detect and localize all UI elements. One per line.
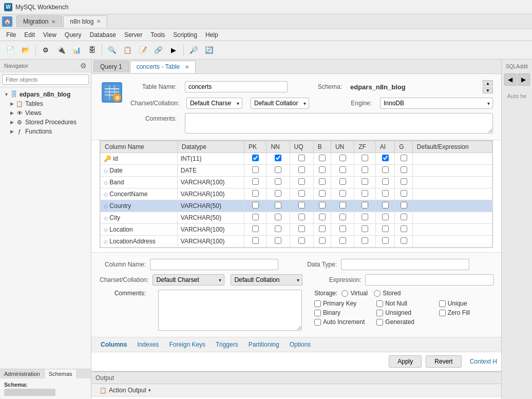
col-g-checkbox[interactable] — [401, 214, 407, 220]
toolbar-btn-6[interactable]: 🗄 — [85, 43, 99, 58]
cb-unique[interactable]: Unique — [439, 300, 493, 307]
table-row[interactable]: ◇ Country VARCHAR(50) — [101, 200, 492, 212]
col-zf-checkbox[interactable] — [362, 155, 368, 161]
col-b-checkbox[interactable] — [319, 202, 326, 208]
query-tab-concerts-table[interactable]: concerts - Table ✕ — [130, 61, 196, 73]
col-g-checkbox[interactable] — [401, 166, 407, 173]
detail-column-name-input[interactable] — [150, 259, 278, 270]
toolbar-open[interactable]: 📂 — [18, 43, 33, 58]
n8n-tab-close[interactable]: ✕ — [97, 18, 101, 24]
editor-tab-columns[interactable]: Columns — [96, 339, 132, 350]
col-g-checkbox[interactable] — [401, 190, 407, 197]
col-b-cell[interactable] — [313, 153, 331, 165]
col-b-cell[interactable] — [313, 236, 331, 248]
col-b-checkbox[interactable] — [319, 166, 326, 173]
toolbar-btn-12[interactable]: 🔎 — [186, 43, 201, 58]
col-pk-cell[interactable] — [244, 188, 266, 200]
table-row[interactable]: ◇ Location VARCHAR(100) — [101, 224, 492, 236]
col-nn-checkbox[interactable] — [275, 155, 281, 161]
menu-tools[interactable]: Tools — [146, 30, 169, 40]
table-name-input[interactable] — [185, 81, 288, 92]
col-pk-checkbox[interactable] — [252, 155, 259, 161]
col-g-checkbox[interactable] — [401, 202, 407, 208]
col-ai-checkbox[interactable] — [382, 166, 389, 173]
col-zf-cell[interactable] — [354, 200, 376, 212]
col-zf-cell[interactable] — [354, 165, 376, 177]
col-un-checkbox[interactable] — [339, 166, 346, 173]
col-ai-checkbox[interactable] — [382, 225, 389, 232]
col-pk-checkbox[interactable] — [252, 225, 259, 232]
table-row[interactable]: ◇ Band VARCHAR(100) — [101, 177, 492, 188]
table-row[interactable]: ◇ LocationAddress VARCHAR(100) — [101, 236, 492, 248]
editor-tab-partitioning[interactable]: Partitioning — [243, 339, 284, 350]
toolbar-migrate[interactable]: 🔄 — [202, 43, 216, 58]
col-un-cell[interactable] — [331, 188, 354, 200]
toolbar-btn-3[interactable]: ⚙ — [39, 43, 53, 58]
col-un-cell[interactable] — [331, 212, 354, 224]
col-uq-cell[interactable] — [290, 165, 313, 177]
tree-views[interactable]: ▶ 👁 Views — [0, 108, 91, 118]
col-pk-cell[interactable] — [244, 236, 266, 248]
col-zf-checkbox[interactable] — [362, 214, 368, 220]
col-uq-cell[interactable] — [290, 188, 313, 200]
col-uq-checkbox[interactable] — [298, 190, 305, 197]
col-zf-cell[interactable] — [354, 212, 376, 224]
col-b-cell[interactable] — [313, 188, 331, 200]
col-g-cell[interactable] — [395, 165, 413, 177]
cb-binary[interactable]: Binary — [314, 309, 368, 316]
col-b-checkbox[interactable] — [319, 214, 326, 220]
col-ai-checkbox[interactable] — [382, 237, 389, 244]
col-pk-checkbox[interactable] — [252, 190, 259, 197]
col-un-cell[interactable] — [331, 165, 354, 177]
col-un-checkbox[interactable] — [339, 214, 346, 220]
col-ai-checkbox[interactable] — [382, 214, 389, 220]
cb-auto-increment[interactable]: Auto Increment — [314, 318, 368, 326]
col-pk-cell[interactable] — [244, 212, 266, 224]
col-ai-cell[interactable] — [375, 177, 394, 188]
menu-server[interactable]: Server — [120, 30, 146, 40]
col-un-checkbox[interactable] — [339, 190, 346, 197]
col-nn-checkbox[interactable] — [275, 178, 281, 185]
col-pk-checkbox[interactable] — [252, 237, 259, 244]
tree-functions[interactable]: ▶ ƒ Functions — [0, 127, 91, 136]
menu-help[interactable]: Help — [201, 30, 222, 40]
col-b-checkbox[interactable] — [319, 237, 326, 244]
col-b-cell[interactable] — [313, 212, 331, 224]
col-g-cell[interactable] — [395, 236, 413, 248]
col-b-cell[interactable] — [313, 224, 331, 236]
col-uq-checkbox[interactable] — [298, 155, 305, 161]
editor-tab-options[interactable]: Options — [284, 339, 316, 350]
migration-tab-close[interactable]: ✕ — [51, 19, 55, 25]
col-uq-cell[interactable] — [290, 177, 313, 188]
concerts-table-tab-close[interactable]: ✕ — [185, 64, 189, 70]
col-nn-checkbox[interactable] — [275, 225, 281, 232]
cb-unique-input[interactable] — [439, 300, 446, 307]
col-nn-cell[interactable] — [267, 236, 290, 248]
menu-query[interactable]: Query — [61, 30, 86, 40]
col-zf-checkbox[interactable] — [362, 225, 368, 232]
col-pk-checkbox[interactable] — [252, 166, 259, 173]
table-row[interactable]: ◇ City VARCHAR(50) — [101, 212, 492, 224]
scroll-down-btn[interactable]: ▼ — [483, 87, 493, 93]
col-ai-cell[interactable] — [375, 236, 394, 248]
col-g-checkbox[interactable] — [401, 178, 407, 185]
storage-virtual-option[interactable]: Virtual — [341, 290, 368, 297]
col-ai-cell[interactable] — [375, 153, 394, 165]
cb-zero-fill[interactable]: Zero Fill — [439, 309, 493, 316]
col-g-cell[interactable] — [395, 224, 413, 236]
editor-tab-triggers[interactable]: Triggers — [211, 339, 243, 350]
context-h-hint[interactable]: Context H — [470, 358, 497, 365]
col-un-checkbox[interactable] — [339, 202, 346, 208]
col-un-checkbox[interactable] — [339, 155, 346, 161]
col-ai-checkbox[interactable] — [382, 202, 389, 208]
col-nn-cell[interactable] — [267, 177, 290, 188]
col-zf-checkbox[interactable] — [362, 166, 368, 173]
scroll-up-btn[interactable]: ▲ — [483, 80, 493, 86]
right-nav-right[interactable]: ▶ — [518, 73, 530, 86]
filter-input[interactable] — [2, 74, 89, 85]
col-uq-cell[interactable] — [290, 200, 313, 212]
right-nav-left[interactable]: ◀ — [504, 73, 517, 86]
col-un-cell[interactable] — [331, 236, 354, 248]
output-action-output-tab[interactable]: 📋 Action Output ▾ — [96, 386, 155, 395]
col-zf-checkbox[interactable] — [362, 190, 368, 197]
